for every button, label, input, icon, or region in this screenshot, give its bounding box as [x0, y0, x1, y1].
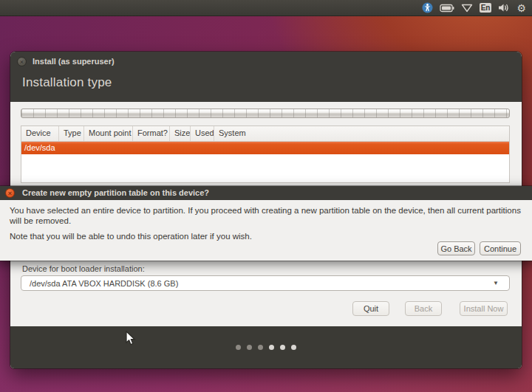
dialog-message-2: Note that you will be able to undo this … [10, 232, 522, 241]
chevron-down-icon: ▼ [493, 280, 499, 286]
column-header-device[interactable]: Device [21, 126, 59, 141]
window-title: Install (as superuser) [33, 57, 115, 66]
top-panel: En ⚙ [0, 0, 532, 16]
progress-dot [280, 345, 285, 350]
session-gear-icon[interactable]: ⚙ [516, 0, 526, 16]
mouse-cursor [126, 331, 136, 346]
continue-button[interactable]: Continue [480, 241, 521, 255]
dialog-close-icon[interactable]: × [5, 188, 15, 198]
disk-partition-bar [21, 109, 510, 118]
column-header-used[interactable]: Used [191, 126, 214, 141]
column-header-mount-point[interactable]: Mount point [84, 126, 133, 141]
install-now-button[interactable]: Install Now [460, 301, 508, 316]
dialog-body: You have selected an entire device to pa… [0, 200, 532, 261]
column-header-type[interactable]: Type [59, 126, 84, 141]
window-header: × Install (as superuser) Installation ty… [10, 52, 522, 102]
progress-dot [236, 345, 241, 350]
progress-dot [291, 345, 296, 350]
dialog-title: Create new empty partition table on this… [22, 188, 209, 197]
keyboard-layout-indicator[interactable]: En [480, 0, 492, 16]
partition-table: Device Type Mount point Format? Size Use… [21, 125, 510, 183]
boot-loader-device-select[interactable]: /dev/sda ATA VBOX HARDDISK (8.6 GB) ▼ [21, 275, 510, 291]
column-header-format[interactable]: Format? [133, 126, 170, 141]
boot-loader-label: Device for boot loader installation: [22, 264, 145, 273]
column-header-system[interactable]: System [214, 126, 509, 141]
titlebar: × Install (as superuser) [10, 52, 522, 71]
partition-confirm-dialog: × Create new empty partition table on th… [0, 186, 532, 261]
dialog-message-1: You have selected an entire device to pa… [10, 205, 522, 226]
battery-icon[interactable] [440, 0, 454, 16]
progress-dots [10, 326, 522, 368]
accessibility-icon[interactable] [422, 0, 433, 16]
desktop: En ⚙ × Install (as superuser) Installati… [0, 0, 532, 392]
progress-dot [258, 345, 263, 350]
table-header: Device Type Mount point Format? Size Use… [21, 126, 509, 142]
quit-button[interactable]: Quit [352, 301, 389, 316]
go-back-button[interactable]: Go Back [437, 241, 475, 255]
boot-loader-selected-value: /dev/sda ATA VBOX HARDDISK (8.6 GB) [30, 279, 178, 288]
network-icon[interactable] [461, 0, 473, 16]
volume-icon[interactable] [498, 0, 510, 16]
keyboard-layout-label: En [480, 3, 492, 13]
page-title: Installation type [22, 75, 112, 90]
dialog-titlebar: × Create new empty partition table on th… [0, 186, 532, 200]
back-button[interactable]: Back [405, 301, 442, 316]
window-close-icon[interactable]: × [17, 57, 27, 66]
progress-dot [269, 345, 274, 350]
table-empty-area [21, 154, 509, 182]
table-row-selected[interactable]: /dev/sda [21, 142, 509, 154]
column-header-size[interactable]: Size [170, 126, 191, 141]
progress-dot [247, 345, 252, 350]
